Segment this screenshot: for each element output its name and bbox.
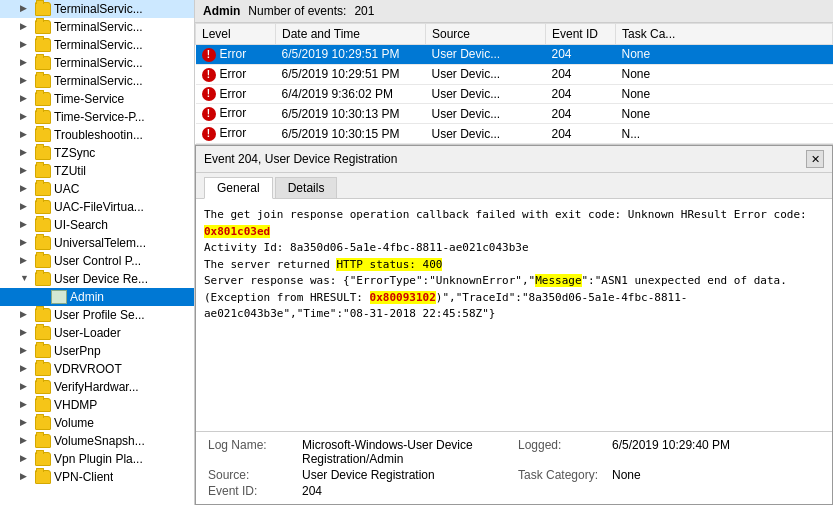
sidebar-item-22[interactable]: ▶VHDMP <box>0 396 194 414</box>
event-message: The get join response operation callback… <box>204 207 824 323</box>
logged-value: 6/5/2019 10:29:40 PM <box>612 438 730 466</box>
arrow-icon: ▶ <box>20 75 32 87</box>
sidebar-item-9[interactable]: ▶TZUtil <box>0 162 194 180</box>
sidebar-item-4[interactable]: ▶TerminalServic... <box>0 72 194 90</box>
table-col-3[interactable]: Event ID <box>546 24 616 45</box>
sidebar-item-23[interactable]: ▶Volume <box>0 414 194 432</box>
table-row[interactable]: !Error6/5/2019 10:30:13 PMUser Devic...2… <box>196 104 833 124</box>
folder-icon <box>35 236 51 250</box>
log-name-label: Log Name: <box>208 438 298 466</box>
sidebar-item-7[interactable]: ▶Troubleshootin... <box>0 126 194 144</box>
sidebar-item-11[interactable]: ▶UAC-FileVirtua... <box>0 198 194 216</box>
sidebar-item-2[interactable]: ▶TerminalServic... <box>0 36 194 54</box>
event-count: 201 <box>354 4 374 18</box>
footer-logged-row: Logged: 6/5/2019 10:29:40 PM <box>518 438 820 466</box>
arrow-icon: ▶ <box>20 201 32 213</box>
arrow-icon: ▼ <box>20 273 32 285</box>
cell-level-1: !Error <box>196 64 276 84</box>
cell-3-2: None <box>616 84 833 104</box>
admin-icon <box>51 290 67 304</box>
cell-2-2: 204 <box>546 84 616 104</box>
sidebar-item-21[interactable]: ▶VerifyHardwar... <box>0 378 194 396</box>
error-icon: ! <box>202 87 216 101</box>
cell-3-4: N... <box>616 124 833 144</box>
sidebar-item-8[interactable]: ▶TZSync <box>0 144 194 162</box>
sidebar-item-19[interactable]: ▶UserPnp <box>0 342 194 360</box>
sidebar-item-label: UAC-FileVirtua... <box>54 200 144 214</box>
folder-icon <box>35 452 51 466</box>
sidebar-item-15[interactable]: ▼User Device Re... <box>0 270 194 288</box>
sidebar-item-label: TerminalServic... <box>54 56 143 70</box>
sidebar-item-label: UAC <box>54 182 79 196</box>
error-icon: ! <box>202 48 216 62</box>
sidebar-item-label: TerminalServic... <box>54 2 143 16</box>
dialog-close-button[interactable]: ✕ <box>806 150 824 168</box>
folder-icon <box>35 416 51 430</box>
sidebar-item-14[interactable]: ▶User Control P... <box>0 252 194 270</box>
folder-icon <box>35 38 51 52</box>
main-area: Admin Number of events: 201 LevelDate an… <box>195 0 833 505</box>
table-body: !Error6/5/2019 10:29:51 PMUser Devic...2… <box>196 45 833 144</box>
arrow-icon: ▶ <box>20 57 32 69</box>
table-row[interactable]: !Error6/5/2019 10:29:51 PMUser Devic...2… <box>196 45 833 65</box>
cell-3-0: None <box>616 45 833 65</box>
folder-icon <box>35 92 51 106</box>
sidebar-item-label: Time-Service <box>54 92 124 106</box>
sidebar-item-label: User Device Re... <box>54 272 148 286</box>
sidebar-item-label: User Control P... <box>54 254 141 268</box>
arrow-icon: ▶ <box>20 3 32 15</box>
table-col-4[interactable]: Task Ca... <box>616 24 833 45</box>
event-id-label: Event ID: <box>208 484 298 498</box>
sidebar: ▶TerminalServic...▶TerminalServic...▶Ter… <box>0 0 195 505</box>
sidebar-item-26[interactable]: ▶VPN-Client <box>0 468 194 486</box>
folder-icon <box>35 434 51 448</box>
table-row[interactable]: !Error6/4/2019 9:36:02 PMUser Devic...20… <box>196 84 833 104</box>
tab-details[interactable]: Details <box>275 177 338 198</box>
table-col-0[interactable]: Level <box>196 24 276 45</box>
table-col-2[interactable]: Source <box>426 24 546 45</box>
sidebar-item-13[interactable]: ▶UniversalTelem... <box>0 234 194 252</box>
sidebar-item-20[interactable]: ▶VDRVROOT <box>0 360 194 378</box>
sidebar-item-18[interactable]: ▶User-Loader <box>0 324 194 342</box>
sidebar-item-label: Troubleshootin... <box>54 128 143 142</box>
sidebar-item-1[interactable]: ▶TerminalServic... <box>0 18 194 36</box>
footer-eventid-row: Event ID: 204 <box>208 484 510 498</box>
arrow-icon: ▶ <box>20 435 32 447</box>
arrow-icon: ▶ <box>20 111 32 123</box>
sidebar-item-12[interactable]: ▶UI-Search <box>0 216 194 234</box>
detail-dialog: Event 204, User Device Registration ✕ Ge… <box>195 145 833 505</box>
table-col-1[interactable]: Date and Time <box>276 24 426 45</box>
arrow-icon: ▶ <box>20 165 32 177</box>
msg-http-prefix: The server returned <box>204 258 336 271</box>
events-table: LevelDate and TimeSourceEvent IDTask Ca.… <box>195 23 833 144</box>
arrow-icon: ▶ <box>20 471 32 483</box>
http-status: HTTP status: 400 <box>336 258 442 271</box>
dialog-footer: Log Name: Microsoft-Windows-User Device … <box>196 431 832 504</box>
sidebar-item-10[interactable]: ▶UAC <box>0 180 194 198</box>
msg-server-response: Server response was: {"ErrorType":"Unkno… <box>204 274 535 287</box>
sidebar-item-16[interactable]: Admin <box>0 288 194 306</box>
table-row[interactable]: !Error6/5/2019 10:30:15 PMUser Devic...2… <box>196 124 833 144</box>
sidebar-item-6[interactable]: ▶Time-Service-P... <box>0 108 194 126</box>
tab-general[interactable]: General <box>204 177 273 199</box>
sidebar-item-5[interactable]: ▶Time-Service <box>0 90 194 108</box>
error-icon: ! <box>202 68 216 82</box>
folder-icon <box>35 110 51 124</box>
sidebar-item-0[interactable]: ▶TerminalServic... <box>0 0 194 18</box>
arrow-icon: ▶ <box>20 363 32 375</box>
sidebar-item-17[interactable]: ▶User Profile Se... <box>0 306 194 324</box>
cell-1-4: User Devic... <box>426 124 546 144</box>
sidebar-item-3[interactable]: ▶TerminalServic... <box>0 54 194 72</box>
arrow-icon <box>36 291 48 303</box>
sidebar-item-24[interactable]: ▶VolumeSnapsh... <box>0 432 194 450</box>
cell-1-1: User Devic... <box>426 64 546 84</box>
cell-0-3: 6/5/2019 10:30:13 PM <box>276 104 426 124</box>
folder-icon <box>35 398 51 412</box>
sidebar-item-25[interactable]: ▶Vpn Plugin Pla... <box>0 450 194 468</box>
table-row[interactable]: !Error6/5/2019 10:29:51 PMUser Devic...2… <box>196 64 833 84</box>
cell-level-3: !Error <box>196 104 276 124</box>
footer-logname-row: Log Name: Microsoft-Windows-User Device … <box>208 438 510 466</box>
arrow-icon: ▶ <box>20 93 32 105</box>
sidebar-item-label: UniversalTelem... <box>54 236 146 250</box>
arrow-icon: ▶ <box>20 237 32 249</box>
